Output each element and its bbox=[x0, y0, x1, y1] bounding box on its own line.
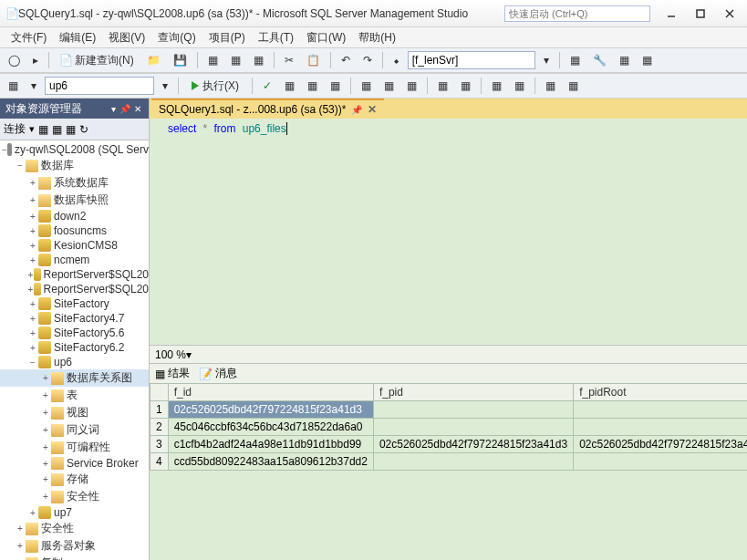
menu-tools[interactable]: 工具(T) bbox=[253, 28, 299, 47]
tree-item[interactable]: +表 bbox=[0, 387, 149, 404]
tree-item[interactable]: +数据库快照 bbox=[0, 192, 149, 209]
tree-item[interactable]: +ReportServer$SQL20 bbox=[0, 267, 149, 282]
table-row[interactable]: 4ccd55bd80922483aa15a809612b37dd210 bbox=[150, 453, 748, 471]
tree-item[interactable]: +up7 bbox=[0, 505, 149, 520]
copy-button[interactable]: 📋 bbox=[302, 51, 325, 69]
close-icon[interactable]: ✕ bbox=[368, 103, 377, 116]
tool-icon[interactable]: ▦ bbox=[433, 77, 452, 95]
tree-item[interactable]: +存储 bbox=[0, 471, 149, 488]
check-button[interactable]: ✓ bbox=[258, 77, 276, 95]
menu-edit[interactable]: 编辑(E) bbox=[54, 28, 101, 47]
menu-view[interactable]: 视图(V) bbox=[103, 28, 150, 47]
tool-icon[interactable]: ▦ bbox=[52, 123, 62, 136]
menu-window[interactable]: 窗口(W) bbox=[301, 28, 351, 47]
tool-icon[interactable]: ▦ bbox=[564, 77, 583, 95]
close-icon[interactable]: ✕ bbox=[134, 104, 141, 114]
open-button[interactable]: 📁 bbox=[142, 51, 165, 69]
tree-item[interactable]: +复制 bbox=[0, 555, 149, 560]
tree-item[interactable]: +安全性 bbox=[0, 488, 149, 505]
tree-item[interactable]: −数据库 bbox=[0, 157, 149, 174]
tree-item[interactable]: +系统数据库 bbox=[0, 174, 149, 192]
dropdown-icon[interactable]: ▾ bbox=[539, 51, 554, 69]
tool-icon[interactable]: ▦ bbox=[487, 77, 506, 95]
menu-project[interactable]: 项目(P) bbox=[203, 28, 251, 47]
execute-button[interactable]: 执行(X) bbox=[184, 77, 246, 96]
tab-results[interactable]: ▦ 结果 bbox=[155, 366, 190, 381]
tool-icon[interactable]: ▦ bbox=[615, 51, 634, 69]
sql-editor[interactable]: select * from up6_files bbox=[150, 119, 747, 345]
dropdown-icon[interactable]: ▾ bbox=[158, 77, 172, 95]
undo-button[interactable]: ↶ bbox=[337, 51, 355, 69]
tool-icon[interactable]: ▦ bbox=[249, 51, 268, 69]
tool-icon[interactable]: ▾ bbox=[26, 77, 41, 95]
tree-item[interactable]: +ncmem bbox=[0, 253, 149, 267]
tool-icon[interactable]: 🔧 bbox=[588, 51, 611, 69]
tool-icon[interactable]: ▦ bbox=[66, 123, 76, 136]
tool-icon[interactable]: ▦ bbox=[565, 51, 585, 69]
forward-button[interactable]: ▸ bbox=[28, 51, 43, 69]
pin-icon[interactable]: 📌 bbox=[351, 105, 362, 115]
quick-launch-input[interactable] bbox=[504, 5, 650, 22]
minimize-button[interactable] bbox=[659, 5, 683, 22]
save-button[interactable]: 💾 bbox=[169, 51, 192, 69]
dropdown-icon[interactable]: ▾ bbox=[186, 348, 192, 361]
table-row[interactable]: 102c526025dbd42f797224815f23a41d310 bbox=[150, 401, 748, 419]
tool-icon[interactable]: ▦ bbox=[456, 77, 475, 95]
object-tree[interactable]: −zy-qwl\SQL2008 (SQL Serv −数据库+系统数据库+数据库… bbox=[0, 140, 149, 560]
cut-button[interactable]: ✂ bbox=[280, 51, 298, 69]
tree-item[interactable]: +Service Broker bbox=[0, 456, 149, 471]
column-header[interactable]: f_id bbox=[168, 384, 373, 401]
tree-item[interactable]: +KesionCMS8 bbox=[0, 238, 149, 253]
menu-query[interactable]: 查询(Q) bbox=[152, 28, 201, 47]
tree-item[interactable]: +数据库关系图 bbox=[0, 369, 149, 387]
tool-icon[interactable]: ▦ bbox=[402, 77, 421, 95]
pin-icon[interactable]: 📌 bbox=[119, 104, 130, 114]
tool-icon[interactable]: ▦ bbox=[303, 77, 322, 95]
tree-item[interactable]: +ReportServer$SQL20 bbox=[0, 282, 149, 296]
new-query-button[interactable]: 📄 新建查询(N) bbox=[55, 50, 139, 71]
tool-icon[interactable]: ▦ bbox=[203, 51, 223, 69]
tool-icon[interactable]: ▦ bbox=[4, 77, 23, 95]
menu-help[interactable]: 帮助(H) bbox=[353, 28, 401, 47]
field-combo[interactable] bbox=[408, 51, 535, 69]
tool-icon[interactable]: ▦ bbox=[326, 77, 345, 95]
tree-item[interactable]: +down2 bbox=[0, 209, 149, 223]
tool-icon[interactable]: ↻ bbox=[79, 123, 88, 136]
tree-item[interactable]: +服务器对象 bbox=[0, 537, 149, 555]
database-combo[interactable] bbox=[45, 77, 154, 95]
tool-icon[interactable]: ⬥ bbox=[389, 51, 404, 69]
editor-tab[interactable]: SQLQuery1.sql - z...008.up6 (sa (53))* 📌… bbox=[151, 99, 384, 119]
tree-item[interactable]: +可编程性 bbox=[0, 439, 149, 456]
column-header[interactable]: f_pid bbox=[373, 384, 573, 401]
tool-icon[interactable]: ▦ bbox=[38, 123, 48, 136]
connect-label[interactable]: 连接 bbox=[4, 121, 26, 137]
tree-item[interactable]: +SiteFactory5.6 bbox=[0, 326, 149, 340]
tool-icon[interactable]: ▦ bbox=[510, 77, 529, 95]
tree-item[interactable]: −up6 bbox=[0, 355, 149, 369]
table-row[interactable]: 3c1cfb4b2adf24a4a98e11db91d1bbd9902c5260… bbox=[150, 436, 748, 453]
tree-item[interactable]: +视图 bbox=[0, 404, 149, 421]
tree-item[interactable]: +同义词 bbox=[0, 421, 149, 439]
zoom-level[interactable]: 100 % bbox=[155, 348, 186, 361]
tree-item[interactable]: +安全性 bbox=[0, 520, 149, 537]
tool-icon[interactable]: ▦ bbox=[379, 77, 399, 95]
tree-item[interactable]: +SiteFactory4.7 bbox=[0, 311, 149, 326]
tree-item[interactable]: +SiteFactory bbox=[0, 296, 149, 311]
tree-item[interactable]: +SiteFactory6.2 bbox=[0, 340, 149, 355]
tool-icon[interactable]: ▦ bbox=[541, 77, 560, 95]
tree-server-node[interactable]: −zy-qwl\SQL2008 (SQL Serv bbox=[0, 142, 149, 157]
table-row[interactable]: 245c046ccbf634c56bc43d718522da6a010 bbox=[150, 419, 748, 436]
tool-icon[interactable]: ▦ bbox=[226, 51, 245, 69]
tree-item[interactable]: +foosuncms bbox=[0, 223, 149, 238]
tool-icon[interactable]: ▦ bbox=[280, 77, 299, 95]
tab-messages[interactable]: 📝 消息 bbox=[199, 366, 237, 381]
redo-button[interactable]: ↷ bbox=[358, 51, 377, 69]
maximize-button[interactable] bbox=[689, 5, 712, 22]
menu-file[interactable]: 文件(F) bbox=[5, 28, 52, 47]
back-button[interactable]: ◯ bbox=[4, 51, 25, 69]
tool-icon[interactable]: ▦ bbox=[638, 51, 657, 69]
dropdown-icon[interactable]: ▾ bbox=[111, 104, 116, 114]
close-button[interactable] bbox=[718, 5, 742, 22]
results-grid[interactable]: f_idf_pidf_pidRootf_fdTaskf_fdCh102c5260… bbox=[150, 383, 747, 560]
tool-icon[interactable]: ▦ bbox=[357, 77, 376, 95]
